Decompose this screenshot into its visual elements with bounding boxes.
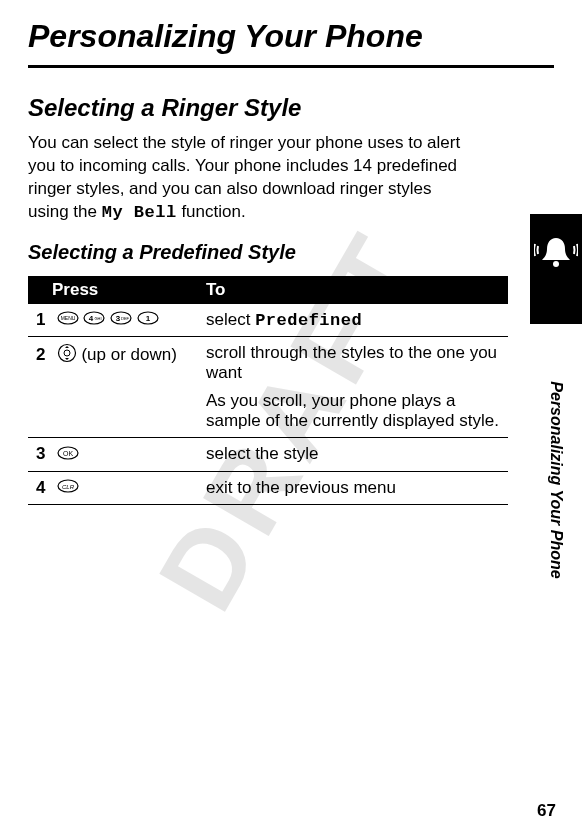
svg-text:DEF: DEF [121,316,130,321]
table-row: 1 MENU 4GHI 3DEF 1 select Predefined [28,304,508,337]
key-3-icon: 3DEF [110,310,132,330]
steps-table: Press To 1 MENU 4GHI 3DEF [28,276,508,506]
table-row: 2 (up or down) scroll through the styles… [28,337,508,438]
svg-text:4: 4 [89,314,94,323]
subsection-title: Selecting a Predefined Style [28,241,554,264]
page-number: 67 [537,801,556,821]
svg-text:GHI: GHI [95,316,102,321]
nav-key-icon [57,343,77,368]
step-action: select the style [198,438,508,472]
key-1-icon: 1 [137,310,159,330]
intro-mono: My Bell [102,203,177,222]
horizontal-rule [28,65,554,68]
menu-key-icon: MENU [57,310,79,330]
step-action: scroll through the styles to the one you… [206,343,500,383]
svg-point-12 [64,350,70,356]
table-row: 4 CLR exit to the previous menu [28,471,508,505]
section-title: Selecting a Ringer Style [28,94,554,122]
col-header-to: To [198,276,508,304]
ok-key-icon: OK [57,445,79,465]
key-4-icon: 4GHI [83,310,105,330]
table-row: 3 OK select the style [28,438,508,472]
step-note: As you scroll, your phone plays a sample… [206,391,500,431]
press-suffix: (up or down) [77,345,177,364]
step-action: select [206,310,255,329]
step-number: 4 [36,478,52,498]
svg-text:MENU: MENU [60,315,75,321]
step-action: exit to the previous menu [198,471,508,505]
svg-text:OK: OK [63,450,73,457]
step-number: 1 [36,310,52,330]
svg-text:1: 1 [146,314,151,323]
chapter-title: Personalizing Your Phone [28,18,554,55]
step-number: 3 [36,444,52,464]
intro-paragraph: You can select the style of ringer your … [28,132,468,225]
svg-text:CLR: CLR [62,484,75,490]
step-number: 2 [36,345,52,365]
intro-text-2: function. [177,202,246,221]
col-header-press: Press [28,276,198,304]
step-action-mono: Predefined [255,311,362,330]
table-header-row: Press To [28,276,508,304]
clr-key-icon: CLR [57,478,79,498]
